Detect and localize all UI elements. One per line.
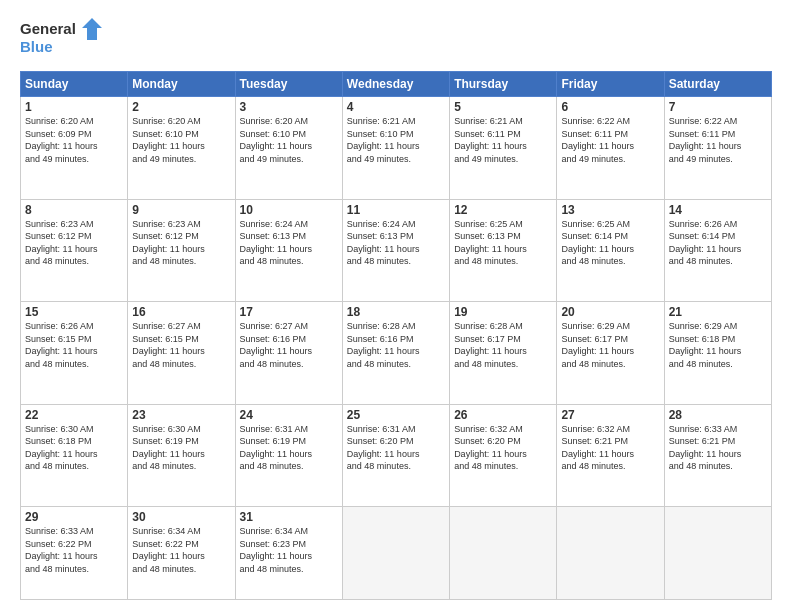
day-number: 7 [669, 100, 767, 114]
day-info: Sunrise: 6:25 AMSunset: 6:14 PMDaylight:… [561, 219, 634, 267]
svg-text:Blue: Blue [20, 38, 53, 55]
day-number: 21 [669, 305, 767, 319]
day-info: Sunrise: 6:20 AMSunset: 6:10 PMDaylight:… [132, 116, 205, 164]
day-info: Sunrise: 6:27 AMSunset: 6:16 PMDaylight:… [240, 321, 313, 369]
day-number: 22 [25, 408, 123, 422]
day-number: 1 [25, 100, 123, 114]
day-info: Sunrise: 6:20 AMSunset: 6:10 PMDaylight:… [240, 116, 313, 164]
calendar-cell: 15 Sunrise: 6:26 AMSunset: 6:15 PMDaylig… [21, 302, 128, 405]
calendar-cell: 10 Sunrise: 6:24 AMSunset: 6:13 PMDaylig… [235, 199, 342, 302]
col-header-wednesday: Wednesday [342, 72, 449, 97]
col-header-saturday: Saturday [664, 72, 771, 97]
day-number: 26 [454, 408, 552, 422]
col-header-thursday: Thursday [450, 72, 557, 97]
day-number: 19 [454, 305, 552, 319]
day-number: 28 [669, 408, 767, 422]
col-header-sunday: Sunday [21, 72, 128, 97]
day-number: 24 [240, 408, 338, 422]
day-number: 27 [561, 408, 659, 422]
calendar-cell: 6 Sunrise: 6:22 AMSunset: 6:11 PMDayligh… [557, 97, 664, 200]
day-info: Sunrise: 6:21 AMSunset: 6:11 PMDaylight:… [454, 116, 527, 164]
day-number: 20 [561, 305, 659, 319]
day-info: Sunrise: 6:22 AMSunset: 6:11 PMDaylight:… [669, 116, 742, 164]
calendar-cell: 9 Sunrise: 6:23 AMSunset: 6:12 PMDayligh… [128, 199, 235, 302]
calendar-cell: 3 Sunrise: 6:20 AMSunset: 6:10 PMDayligh… [235, 97, 342, 200]
day-number: 17 [240, 305, 338, 319]
day-number: 30 [132, 510, 230, 524]
day-info: Sunrise: 6:31 AMSunset: 6:20 PMDaylight:… [347, 424, 420, 472]
calendar-table: SundayMondayTuesdayWednesdayThursdayFrid… [20, 71, 772, 600]
day-number: 13 [561, 203, 659, 217]
calendar-cell: 22 Sunrise: 6:30 AMSunset: 6:18 PMDaylig… [21, 404, 128, 507]
col-header-monday: Monday [128, 72, 235, 97]
calendar-cell: 14 Sunrise: 6:26 AMSunset: 6:14 PMDaylig… [664, 199, 771, 302]
calendar-cell: 21 Sunrise: 6:29 AMSunset: 6:18 PMDaylig… [664, 302, 771, 405]
day-number: 11 [347, 203, 445, 217]
day-info: Sunrise: 6:33 AMSunset: 6:21 PMDaylight:… [669, 424, 742, 472]
day-number: 10 [240, 203, 338, 217]
calendar-cell: 2 Sunrise: 6:20 AMSunset: 6:10 PMDayligh… [128, 97, 235, 200]
day-number: 4 [347, 100, 445, 114]
day-number: 2 [132, 100, 230, 114]
calendar-cell [557, 507, 664, 600]
calendar-cell: 24 Sunrise: 6:31 AMSunset: 6:19 PMDaylig… [235, 404, 342, 507]
day-info: Sunrise: 6:23 AMSunset: 6:12 PMDaylight:… [132, 219, 205, 267]
col-header-tuesday: Tuesday [235, 72, 342, 97]
calendar-cell: 27 Sunrise: 6:32 AMSunset: 6:21 PMDaylig… [557, 404, 664, 507]
day-number: 23 [132, 408, 230, 422]
day-info: Sunrise: 6:34 AMSunset: 6:23 PMDaylight:… [240, 526, 313, 574]
calendar-cell: 19 Sunrise: 6:28 AMSunset: 6:17 PMDaylig… [450, 302, 557, 405]
day-info: Sunrise: 6:24 AMSunset: 6:13 PMDaylight:… [347, 219, 420, 267]
calendar-cell: 8 Sunrise: 6:23 AMSunset: 6:12 PMDayligh… [21, 199, 128, 302]
day-info: Sunrise: 6:30 AMSunset: 6:19 PMDaylight:… [132, 424, 205, 472]
calendar-cell: 13 Sunrise: 6:25 AMSunset: 6:14 PMDaylig… [557, 199, 664, 302]
logo: General Blue [20, 16, 110, 61]
day-info: Sunrise: 6:21 AMSunset: 6:10 PMDaylight:… [347, 116, 420, 164]
day-number: 6 [561, 100, 659, 114]
calendar-cell: 18 Sunrise: 6:28 AMSunset: 6:16 PMDaylig… [342, 302, 449, 405]
calendar-cell: 1 Sunrise: 6:20 AMSunset: 6:09 PMDayligh… [21, 97, 128, 200]
day-info: Sunrise: 6:24 AMSunset: 6:13 PMDaylight:… [240, 219, 313, 267]
day-number: 8 [25, 203, 123, 217]
calendar-cell: 16 Sunrise: 6:27 AMSunset: 6:15 PMDaylig… [128, 302, 235, 405]
day-number: 16 [132, 305, 230, 319]
calendar-cell: 11 Sunrise: 6:24 AMSunset: 6:13 PMDaylig… [342, 199, 449, 302]
day-info: Sunrise: 6:32 AMSunset: 6:21 PMDaylight:… [561, 424, 634, 472]
day-info: Sunrise: 6:30 AMSunset: 6:18 PMDaylight:… [25, 424, 98, 472]
day-info: Sunrise: 6:20 AMSunset: 6:09 PMDaylight:… [25, 116, 98, 164]
calendar-cell: 30 Sunrise: 6:34 AMSunset: 6:22 PMDaylig… [128, 507, 235, 600]
calendar-cell: 4 Sunrise: 6:21 AMSunset: 6:10 PMDayligh… [342, 97, 449, 200]
svg-marker-2 [82, 18, 102, 40]
calendar-cell: 5 Sunrise: 6:21 AMSunset: 6:11 PMDayligh… [450, 97, 557, 200]
day-info: Sunrise: 6:32 AMSunset: 6:20 PMDaylight:… [454, 424, 527, 472]
day-info: Sunrise: 6:25 AMSunset: 6:13 PMDaylight:… [454, 219, 527, 267]
calendar-cell: 23 Sunrise: 6:30 AMSunset: 6:19 PMDaylig… [128, 404, 235, 507]
day-info: Sunrise: 6:27 AMSunset: 6:15 PMDaylight:… [132, 321, 205, 369]
calendar-cell [342, 507, 449, 600]
day-info: Sunrise: 6:26 AMSunset: 6:14 PMDaylight:… [669, 219, 742, 267]
day-number: 25 [347, 408, 445, 422]
calendar-cell: 20 Sunrise: 6:29 AMSunset: 6:17 PMDaylig… [557, 302, 664, 405]
day-number: 29 [25, 510, 123, 524]
calendar-cell: 29 Sunrise: 6:33 AMSunset: 6:22 PMDaylig… [21, 507, 128, 600]
calendar-cell: 25 Sunrise: 6:31 AMSunset: 6:20 PMDaylig… [342, 404, 449, 507]
day-number: 14 [669, 203, 767, 217]
day-number: 5 [454, 100, 552, 114]
calendar-cell: 28 Sunrise: 6:33 AMSunset: 6:21 PMDaylig… [664, 404, 771, 507]
calendar-cell: 12 Sunrise: 6:25 AMSunset: 6:13 PMDaylig… [450, 199, 557, 302]
day-number: 12 [454, 203, 552, 217]
day-number: 31 [240, 510, 338, 524]
day-number: 9 [132, 203, 230, 217]
day-info: Sunrise: 6:28 AMSunset: 6:17 PMDaylight:… [454, 321, 527, 369]
day-info: Sunrise: 6:29 AMSunset: 6:18 PMDaylight:… [669, 321, 742, 369]
calendar-cell: 31 Sunrise: 6:34 AMSunset: 6:23 PMDaylig… [235, 507, 342, 600]
day-number: 18 [347, 305, 445, 319]
calendar-cell: 7 Sunrise: 6:22 AMSunset: 6:11 PMDayligh… [664, 97, 771, 200]
day-info: Sunrise: 6:34 AMSunset: 6:22 PMDaylight:… [132, 526, 205, 574]
day-info: Sunrise: 6:28 AMSunset: 6:16 PMDaylight:… [347, 321, 420, 369]
calendar-cell [450, 507, 557, 600]
svg-text:General: General [20, 20, 76, 37]
day-info: Sunrise: 6:26 AMSunset: 6:15 PMDaylight:… [25, 321, 98, 369]
col-header-friday: Friday [557, 72, 664, 97]
day-number: 15 [25, 305, 123, 319]
